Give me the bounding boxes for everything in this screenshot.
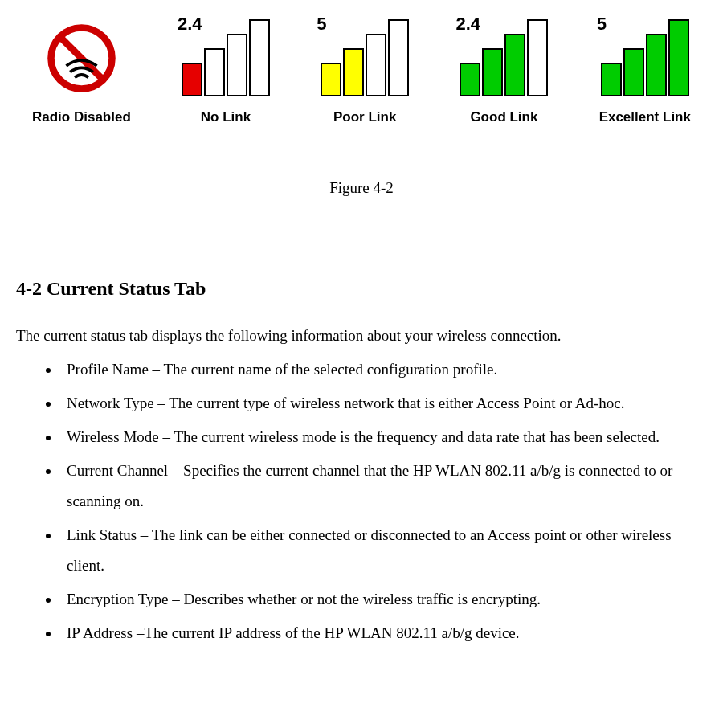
- bar-4-icon: [668, 19, 689, 96]
- list-item: Profile Name – The current name of the s…: [60, 354, 707, 385]
- bars-poor-link: 5: [321, 16, 409, 96]
- bar-3-icon: [366, 34, 386, 96]
- section-heading: 4-2 Current Status Tab: [16, 273, 707, 304]
- figure-caption: Figure 4-2: [16, 176, 707, 200]
- bullet-list: Profile Name – The current name of the s…: [16, 354, 707, 648]
- icon-no-link: 2.4 No Link: [182, 16, 270, 128]
- signal-icons-row: Radio Disabled 2.4 No Link 5 Poor Link: [16, 16, 707, 128]
- bars-excellent-link: 5: [601, 16, 689, 96]
- band-label-excellent: 5: [597, 10, 607, 38]
- bar-3-icon: [227, 34, 247, 96]
- list-item: Wireless Mode – The current wireless mod…: [60, 422, 707, 452]
- bar-1-icon: [460, 63, 480, 96]
- icon-excellent-link: 5 Excellent Link: [599, 16, 691, 128]
- bars-no-link: 2.4: [182, 16, 270, 96]
- caption-poor-link: Poor Link: [333, 106, 396, 128]
- band-label-no-link: 2.4: [178, 10, 202, 38]
- list-item: Encryption Type – Describes whether or n…: [60, 584, 707, 615]
- list-item: Link Status – The link can be either con…: [60, 520, 707, 581]
- list-item: IP Address –The current IP address of th…: [60, 618, 707, 648]
- list-item: Network Type – The current type of wirel…: [60, 388, 707, 419]
- icon-poor-link: 5 Poor Link: [321, 16, 409, 128]
- list-item: Current Channel – Specifies the current …: [60, 456, 707, 517]
- bar-3-icon: [646, 34, 667, 96]
- icon-good-link: 2.4 Good Link: [460, 16, 548, 128]
- bar-1-icon: [321, 63, 341, 96]
- bar-1-icon: [601, 63, 622, 96]
- caption-excellent-link: Excellent Link: [599, 106, 691, 128]
- bar-3-icon: [504, 34, 525, 96]
- bar-1-icon: [182, 63, 202, 96]
- bar-2-icon: [482, 48, 503, 96]
- radio-disabled-icon: [43, 20, 120, 96]
- band-label-poor: 5: [317, 10, 326, 38]
- bar-4-icon: [388, 19, 409, 96]
- bar-4-icon: [249, 19, 270, 96]
- bars-good-link: 2.4: [460, 16, 548, 96]
- bar-2-icon: [623, 48, 644, 96]
- caption-no-link: No Link: [201, 106, 251, 128]
- icon-radio-disabled: Radio Disabled: [32, 20, 131, 128]
- bar-4-icon: [527, 19, 548, 96]
- bar-2-icon: [204, 48, 225, 96]
- caption-good-link: Good Link: [470, 106, 537, 128]
- bar-2-icon: [343, 48, 364, 96]
- band-label-good: 2.4: [455, 10, 480, 38]
- intro-text: The current status tab displays the foll…: [16, 324, 707, 348]
- caption-radio-disabled: Radio Disabled: [32, 106, 131, 128]
